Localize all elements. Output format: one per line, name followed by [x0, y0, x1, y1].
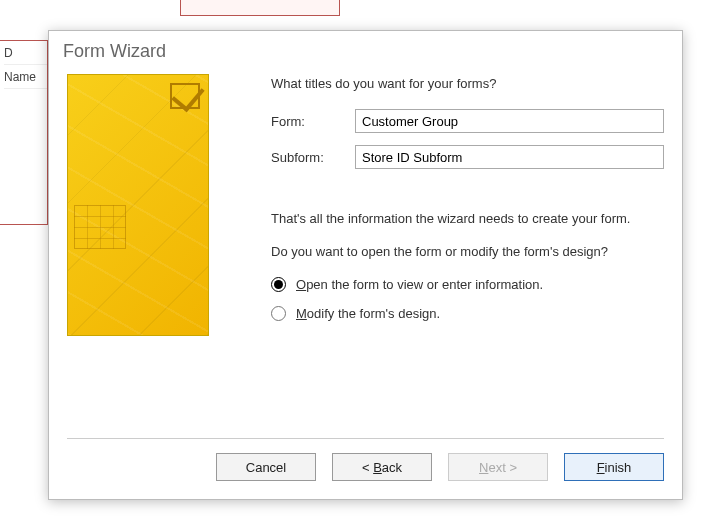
form-title-row: Form: — [271, 109, 664, 133]
background-tab-strip — [180, 0, 340, 16]
dialog-body: What titles do you want for your forms? … — [49, 74, 682, 438]
form-wizard-dialog: Form Wizard What titles do you want for … — [48, 30, 683, 500]
subform-title-input[interactable] — [355, 145, 664, 169]
radio-open-label: Open the form to view or enter informati… — [296, 277, 543, 292]
dialog-title: Form Wizard — [49, 31, 682, 74]
finish-button[interactable]: Finish — [564, 453, 664, 481]
radio-open[interactable] — [271, 277, 286, 292]
checkmark-icon — [170, 83, 200, 109]
back-button[interactable]: < Back — [332, 453, 432, 481]
form-label: Form: — [271, 114, 355, 129]
radio-open-row[interactable]: Open the form to view or enter informati… — [271, 277, 664, 292]
radio-modify-row[interactable]: Modify the form's design. — [271, 306, 664, 321]
wizard-right-pane: What titles do you want for your forms? … — [271, 74, 664, 438]
subform-title-row: Subform: — [271, 145, 664, 169]
cancel-button[interactable]: Cancel — [216, 453, 316, 481]
bg-field-row: D — [4, 41, 47, 65]
radio-modify-label: Modify the form's design. — [296, 306, 440, 321]
radio-modify[interactable] — [271, 306, 286, 321]
open-modify-question: Do you want to open the form or modify t… — [271, 244, 664, 259]
bg-field-row: Name — [4, 65, 47, 89]
wizard-preview-image — [67, 74, 209, 336]
wizard-preview-pane — [67, 74, 247, 438]
titles-question: What titles do you want for your forms? — [271, 76, 664, 91]
info-line: That's all the information the wizard ne… — [271, 211, 664, 226]
background-field-list: D Name — [0, 40, 48, 225]
dialog-button-bar: Cancel < Back Next > Finish — [49, 439, 682, 499]
subform-label: Subform: — [271, 150, 355, 165]
grid-icon — [74, 205, 126, 249]
form-title-input[interactable] — [355, 109, 664, 133]
next-button: Next > — [448, 453, 548, 481]
